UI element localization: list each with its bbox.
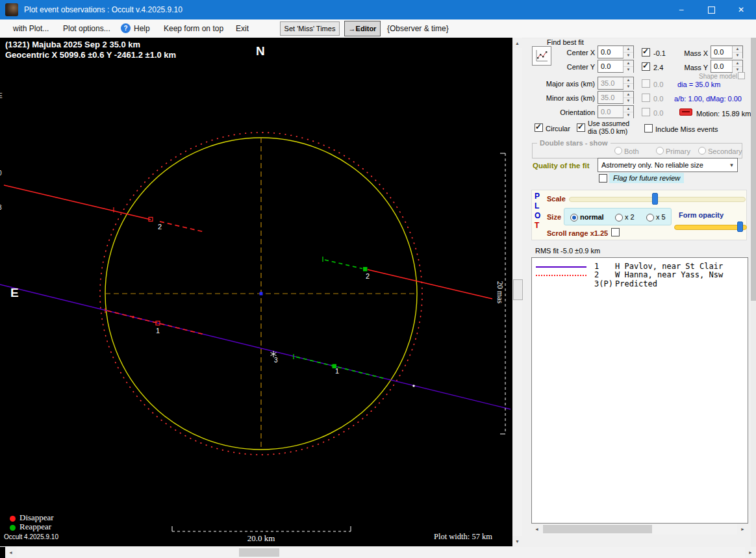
minor-axis-offset-label: 0.0	[653, 95, 663, 103]
size-label: Size	[547, 213, 561, 221]
maximize-button[interactable]	[696, 0, 726, 19]
size-x5-radio[interactable]	[646, 214, 654, 222]
chord2-reappear-marker	[363, 267, 368, 272]
shape-model-checkbox[interactable]	[738, 72, 745, 79]
scroll-range-checkbox[interactable]	[611, 228, 620, 236]
spin-up-icon[interactable]: ▲	[624, 46, 633, 53]
set-miss-times-button[interactable]: Set 'Miss' Times	[280, 21, 340, 36]
window-scroll-right-arrow[interactable]: ►	[745, 547, 756, 558]
observer-name: Predicted	[615, 279, 657, 288]
spin-down-icon[interactable]: ▼	[624, 98, 633, 104]
orientation-label: Orientation	[531, 108, 595, 116]
combo-arrow-icon[interactable]: ▼	[726, 162, 737, 168]
circular-checkbox[interactable]: ✓	[535, 123, 543, 132]
center-y-apply-checkbox[interactable]: ✓	[642, 62, 650, 71]
minor-axis-spinner[interactable]: 35.0 ▲▼	[598, 91, 634, 104]
window-hscroll-thumb[interactable]	[239, 548, 279, 557]
use-assumed-checkbox[interactable]: ✓	[577, 123, 585, 132]
double-stars-primary-radio[interactable]	[656, 147, 664, 155]
check-icon: ✓	[642, 61, 649, 70]
window-hscrollbar[interactable]	[0, 547, 756, 558]
menu-keep-on-top[interactable]: Keep form on top	[164, 24, 223, 33]
find-best-fit-button[interactable]	[532, 46, 551, 66]
spin-up-icon[interactable]: ▲	[624, 106, 633, 112]
panel-vscroll-thumb[interactable]	[751, 38, 756, 301]
app-window: Plot event observations : Occult v.4.202…	[0, 0, 756, 558]
scale-slider-thumb[interactable]	[652, 193, 658, 205]
mass-y-spinner[interactable]: 0.0 ▲▼	[711, 60, 743, 73]
list-hscroll-thumb[interactable]	[543, 525, 652, 533]
list-scroll-left-arrow[interactable]: ◄	[531, 524, 542, 535]
occultation-plot-canvas[interactable]: 2 2 1 1 3 20 mas 20.0 km	[0, 38, 513, 546]
spin-up-icon[interactable]: ▲	[733, 46, 742, 53]
minor-axis-checkbox[interactable]	[642, 94, 650, 102]
menu-exit[interactable]: Exit	[236, 24, 249, 33]
circular-label: Circular	[546, 125, 570, 133]
observer-name: W Hanna, near Yass, Nsw	[615, 270, 723, 279]
major-axis-checkbox[interactable]	[642, 79, 650, 88]
plot-scroll-down-arrow[interactable]: ▼	[512, 536, 522, 546]
edge-fragment-3: 3	[0, 204, 2, 211]
orientation-checkbox[interactable]	[642, 108, 650, 116]
observer-number: 1	[594, 262, 599, 271]
double-stars-both-radio[interactable]	[614, 147, 622, 155]
menu-plot-options[interactable]: Plot options...	[63, 24, 110, 33]
plot-letter-o: O	[535, 211, 540, 220]
close-icon: ✕	[738, 5, 744, 14]
plot-letter-t: T	[535, 221, 539, 230]
major-axis-spinner[interactable]: 35.0 ▲▼	[598, 77, 634, 90]
close-button[interactable]: ✕	[726, 0, 756, 19]
form-opacity-thumb[interactable]	[737, 222, 743, 232]
menu-with-plot[interactable]: with Plot...	[13, 24, 49, 33]
menu-help[interactable]: Help	[134, 24, 150, 33]
center-y-spinner[interactable]: 0.0 ▲▼	[598, 60, 634, 73]
center-x-spinner[interactable]: 0.0 ▲▼	[598, 45, 634, 58]
spin-down-icon[interactable]: ▼	[733, 53, 742, 58]
orientation-color-swatch[interactable]	[679, 108, 692, 116]
minimize-button[interactable]: –	[666, 0, 696, 19]
editor-button[interactable]: →Editor	[344, 21, 381, 36]
plot-vscroll-thumb[interactable]	[513, 279, 523, 300]
observers-listbox[interactable]: 1 H Pavlov, near St Clair 2 W Hanna, nea…	[531, 257, 748, 524]
chord1-end-dot	[412, 385, 414, 387]
spin-down-icon[interactable]: ▼	[624, 84, 633, 90]
spin-down-icon[interactable]: ▼	[624, 112, 633, 118]
mass-y-label: Mass Y	[681, 64, 708, 71]
spin-down-icon[interactable]: ▼	[624, 53, 633, 58]
spin-up-icon[interactable]: ▲	[624, 92, 633, 98]
include-miss-checkbox[interactable]	[644, 124, 653, 133]
check-icon: ✓	[642, 47, 649, 56]
form-opacity-track[interactable]	[674, 225, 747, 230]
maximize-icon	[708, 6, 715, 14]
chord2-reappear	[323, 257, 368, 272]
motion-info-label: Motion: 15.89 km/s	[696, 110, 756, 118]
mass-x-spinner[interactable]: 0.0 ▲▼	[711, 45, 743, 58]
horizontal-scale-bar	[172, 526, 351, 531]
scatter-plot-icon	[535, 49, 549, 63]
quality-combobox[interactable]: Astrometry only. No reliable size ▼	[598, 158, 738, 172]
quality-label: Quality of the fit	[533, 162, 590, 170]
quality-selected-value: Astrometry only. No reliable size	[598, 161, 726, 169]
window-scroll-left-arrow[interactable]: ◄	[5, 547, 16, 558]
flag-review-checkbox[interactable]	[599, 174, 607, 183]
dia-info-label: dia = 35.0 km	[677, 81, 720, 88]
form-opacity-slider[interactable]	[674, 222, 747, 232]
scale-slider[interactable]	[569, 193, 746, 205]
size-normal-radio[interactable]	[570, 214, 578, 222]
list-scroll-right-arrow[interactable]: ►	[737, 524, 748, 535]
help-icon[interactable]: ?	[121, 23, 131, 33]
center-x-apply-checkbox[interactable]: ✓	[642, 48, 650, 57]
plot-scroll-up-arrow[interactable]: ▲	[512, 38, 522, 48]
spin-up-icon[interactable]: ▲	[624, 77, 633, 84]
observer-time-label[interactable]: {Observer & time}	[387, 24, 449, 33]
spin-up-icon[interactable]: ▲	[733, 60, 742, 67]
plot-area[interactable]: 2 2 1 1 3 20 mas 20.0 km (1321) Majuba 2…	[0, 38, 513, 546]
orientation-spinner[interactable]: 0.0 ▲▼	[598, 105, 634, 118]
chord2-disappear-label: 2	[158, 223, 162, 231]
double-stars-secondary-radio[interactable]	[698, 147, 706, 155]
chord2-reappear-uncertainty	[325, 260, 362, 269]
spin-down-icon[interactable]: ▼	[624, 67, 633, 73]
size-x2-radio[interactable]	[615, 214, 623, 222]
spin-up-icon[interactable]: ▲	[624, 60, 633, 67]
chord2-solid-right	[368, 270, 492, 299]
